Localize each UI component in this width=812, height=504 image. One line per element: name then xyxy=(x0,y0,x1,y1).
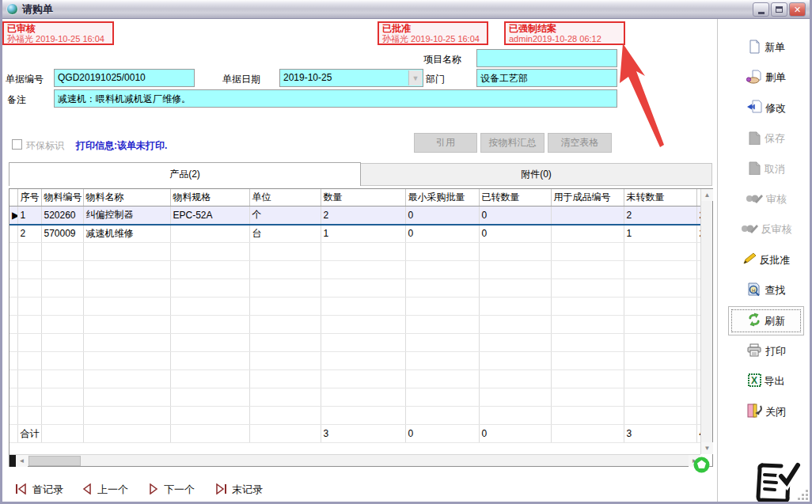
grid-cell[interactable] xyxy=(479,352,551,370)
grid-cell[interactable] xyxy=(170,370,249,388)
grid-cell[interactable] xyxy=(17,370,41,388)
grid-cell[interactable] xyxy=(83,334,170,352)
grid-cell[interactable] xyxy=(83,316,170,334)
grid-cell[interactable] xyxy=(17,243,41,261)
grid-cell[interactable] xyxy=(83,370,170,388)
grid-cell[interactable]: EPC-52A xyxy=(170,207,249,225)
grid-column-header[interactable]: 物料编号 xyxy=(41,189,83,207)
doc-no-field[interactable]: QGD20191025/0010 xyxy=(54,69,195,87)
grid-cell[interactable] xyxy=(249,243,321,261)
grid-cell[interactable] xyxy=(321,297,405,316)
grid-column-header[interactable]: 单位 xyxy=(249,189,321,207)
grid-cell[interactable] xyxy=(479,297,551,316)
grid-empty-row[interactable] xyxy=(9,352,700,370)
sidebar-button-关闭[interactable]: 关闭 xyxy=(727,403,806,422)
grid-cell[interactable] xyxy=(551,279,624,297)
grid-cell[interactable] xyxy=(624,316,696,334)
sidebar-button-修改[interactable]: 修改 xyxy=(727,99,806,118)
grid-cell[interactable] xyxy=(624,407,696,425)
grid-column-header[interactable]: 最小采购批量 xyxy=(405,189,479,207)
grid-cell[interactable]: 台 xyxy=(249,225,321,243)
grid-cell[interactable] xyxy=(551,225,624,243)
grid-cell[interactable] xyxy=(321,243,405,261)
grid-column-header[interactable]: 物料名称 xyxy=(83,189,170,207)
grid-cell[interactable] xyxy=(17,388,41,407)
grid-cell[interactable]: 2 xyxy=(624,207,696,225)
grid-cell[interactable] xyxy=(170,407,249,425)
grid-cell[interactable] xyxy=(249,407,321,425)
grid-cell[interactable] xyxy=(405,297,479,316)
grid-cell[interactable]: 1 xyxy=(321,225,405,243)
grid-cell[interactable] xyxy=(551,370,624,388)
grid-empty-row[interactable] xyxy=(9,407,700,425)
grid-cell[interactable] xyxy=(83,279,170,297)
sidebar-button-查找[interactable]: H查找 xyxy=(727,281,806,300)
grid-cell[interactable] xyxy=(249,388,321,407)
vertical-scrollbar[interactable]: ▲ ▼ xyxy=(700,189,712,454)
grid-cell[interactable] xyxy=(17,316,41,334)
grid-cell[interactable]: 520260 xyxy=(41,207,83,225)
grid-cell[interactable] xyxy=(249,370,321,388)
doc-date-field[interactable]: 2019-10-25 ▼ xyxy=(279,69,423,87)
grid-cell[interactable]: 1 xyxy=(624,225,696,243)
table-row[interactable]: 2570009减速机维修台10012 xyxy=(9,225,700,243)
grid-cell[interactable] xyxy=(624,352,696,370)
grid-cell[interactable] xyxy=(83,407,170,425)
grid-cell[interactable]: 0 xyxy=(479,225,551,243)
grid-cell[interactable] xyxy=(624,297,696,316)
sidebar-button-取消[interactable]: 取消 xyxy=(727,160,806,179)
grid-cell[interactable] xyxy=(83,243,170,261)
grid-cell[interactable] xyxy=(170,388,249,407)
grid-cell[interactable] xyxy=(17,352,41,370)
nav-prev-record-button[interactable]: 上一个 xyxy=(82,481,128,498)
grid-cell[interactable] xyxy=(479,370,551,388)
table-row[interactable]: ▶1520260纠偏控制器EPC-52A个20022 xyxy=(9,207,700,225)
grid-cell[interactable] xyxy=(321,407,405,425)
grid-column-header[interactable]: 物料规格 xyxy=(170,189,249,207)
grid-cell[interactable] xyxy=(41,388,83,407)
nav-last-record-button[interactable]: 末记录 xyxy=(214,481,263,498)
grid-empty-row[interactable] xyxy=(9,279,700,297)
grid-cell[interactable] xyxy=(170,352,249,370)
grid-cell[interactable] xyxy=(17,261,41,279)
grid-cell[interactable]: 1 xyxy=(17,207,41,225)
grid-cell[interactable] xyxy=(321,334,405,352)
grid-column-header[interactable]: 序号 xyxy=(17,189,41,207)
grid-cell[interactable] xyxy=(321,370,405,388)
grid-cell[interactable] xyxy=(17,279,41,297)
grid-cell[interactable] xyxy=(170,334,249,352)
grid-column-header[interactable]: 已转数量 xyxy=(479,189,551,207)
grid-cell[interactable] xyxy=(321,316,405,334)
grid-empty-row[interactable] xyxy=(9,261,700,279)
nav-first-record-button[interactable]: 首记录 xyxy=(15,481,63,498)
grid-empty-row[interactable] xyxy=(9,388,700,407)
grid-cell[interactable] xyxy=(405,279,479,297)
grid-cell[interactable]: 0 xyxy=(405,225,479,243)
grid-cell[interactable] xyxy=(321,261,405,279)
sidebar-button-删单[interactable]: 删单 xyxy=(727,68,806,87)
grid-cell[interactable] xyxy=(551,407,624,425)
grid-cell[interactable]: 纠偏控制器 xyxy=(83,207,170,225)
grid-cell[interactable] xyxy=(249,334,321,352)
grid-cell[interactable] xyxy=(17,407,41,425)
minimize-button[interactable] xyxy=(753,2,769,17)
grid-cell[interactable] xyxy=(624,243,696,261)
grid-cell[interactable] xyxy=(551,352,624,370)
grid-cell[interactable] xyxy=(624,279,696,297)
grid-cell[interactable] xyxy=(405,388,479,407)
grid-cell[interactable] xyxy=(551,388,624,407)
grid-cell[interactable] xyxy=(405,243,479,261)
grid-cell[interactable] xyxy=(249,279,321,297)
grid-cell[interactable] xyxy=(321,279,405,297)
summarize-by-material-button[interactable]: 按物料汇总 xyxy=(480,133,544,153)
grid-cell[interactable] xyxy=(551,297,624,316)
grid-cell[interactable] xyxy=(624,370,696,388)
sidebar-button-刷新[interactable]: 刷新 xyxy=(727,312,806,331)
grid-cell[interactable]: 减速机维修 xyxy=(83,225,170,243)
scroll-down-icon[interactable]: ▼ xyxy=(701,442,713,454)
sidebar-button-保存[interactable]: 保存 xyxy=(727,129,806,148)
grid-cell[interactable]: 570009 xyxy=(41,225,83,243)
grid-cell[interactable] xyxy=(479,261,551,279)
dept-field[interactable]: 设备工艺部 xyxy=(476,69,617,87)
grid-cell[interactable] xyxy=(479,407,551,425)
